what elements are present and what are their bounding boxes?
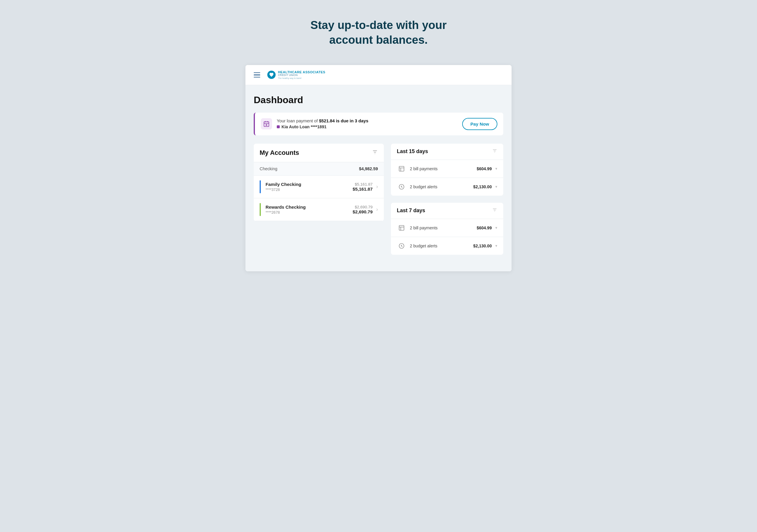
rewards-checking-color-bar xyxy=(259,203,261,216)
family-checking-amount-main: $5,161.87 xyxy=(353,187,373,192)
last7-bill-amount: $604.99 xyxy=(477,225,492,230)
last7-filter-icon[interactable] xyxy=(492,207,498,214)
bill-icon xyxy=(397,164,406,173)
last7-budget-chevron: ▾ xyxy=(495,244,498,248)
activity-panel: Last 15 days xyxy=(391,144,503,262)
budget-icon xyxy=(397,182,406,192)
app-body: Dashboard Your loan payment of $521.84 i… xyxy=(245,85,512,271)
last7-header: Last 7 days xyxy=(391,203,503,219)
app-header: HEALTHCARE ASSOCIATES CREDIT UNION The h… xyxy=(245,65,512,85)
hero-title-line2: account balances. xyxy=(329,33,428,46)
accounts-filter-icon[interactable] xyxy=(372,149,378,156)
hero-title-line1: Stay up-to-date with your xyxy=(311,18,447,31)
checking-label: Checking xyxy=(259,166,277,171)
last7-bill-item[interactable]: 2 bill payments $604.99 ▾ xyxy=(391,219,503,237)
logo-tagline-text: The healthy way to bank! xyxy=(278,77,325,79)
svg-rect-11 xyxy=(399,166,404,171)
hero-section: Stay up-to-date with your account balanc… xyxy=(305,12,453,53)
last7-section: Last 7 days xyxy=(391,203,503,255)
rewards-checking-amount-top: $2,690.79 xyxy=(353,205,373,209)
last15-bill-item[interactable]: 2 bill payments $604.99 ▾ xyxy=(391,160,503,178)
family-checking-chevron: › xyxy=(376,184,378,190)
last15-section: Last 15 days xyxy=(391,144,503,196)
last15-title: Last 15 days xyxy=(397,148,428,155)
hero-title: Stay up-to-date with your account balanc… xyxy=(311,18,447,47)
last15-filter-icon[interactable] xyxy=(492,148,498,155)
family-checking-name: Family Checking xyxy=(265,182,353,187)
last15-budget-chevron: ▾ xyxy=(495,185,498,189)
family-checking-info: Family Checking ****3728 xyxy=(265,182,353,192)
logo-sub-text: CREDIT UNION xyxy=(278,74,325,77)
svg-rect-16 xyxy=(399,225,404,230)
last15-budget-item[interactable]: 2 budget alerts $2,130.00 ▾ xyxy=(391,178,503,196)
family-checking-amount-top: $5,161.87 xyxy=(353,182,373,187)
dashboard-title: Dashboard xyxy=(254,95,503,105)
alert-text: Your loan payment of $521.84 is due in 3… xyxy=(277,119,457,129)
alert-amount: $521.84 xyxy=(319,119,335,123)
rewards-checking-item[interactable]: Rewards Checking ****2678 $2,690.79 $2,6… xyxy=(254,198,384,221)
family-checking-amounts: $5,161.87 $5,161.87 xyxy=(353,182,373,192)
my-accounts-header: My Accounts xyxy=(254,144,384,162)
logo-text: HEALTHCARE ASSOCIATES CREDIT UNION The h… xyxy=(278,70,325,79)
last15-budget-right: $2,130.00 ▾ xyxy=(473,185,498,189)
family-checking-color-bar xyxy=(259,180,261,193)
logo-icon xyxy=(267,71,276,79)
last7-bill-label: 2 bill payments xyxy=(410,225,473,230)
rewards-checking-amounts: $2,690.79 $2,690.79 xyxy=(353,205,373,214)
bill-icon-2 xyxy=(397,223,406,233)
rewards-checking-number: ****2678 xyxy=(265,210,353,215)
last15-budget-amount: $2,130.00 xyxy=(473,185,492,189)
last15-bill-right: $604.99 ▾ xyxy=(477,166,498,171)
menu-button[interactable] xyxy=(254,73,260,78)
last15-bill-amount: $604.99 xyxy=(477,166,492,171)
my-accounts-section: My Accounts Checking $4,982.59 xyxy=(254,144,384,221)
alert-suffix: is due in 3 days xyxy=(335,119,369,123)
rewards-checking-chevron: › xyxy=(376,206,378,213)
svg-point-4 xyxy=(266,124,267,126)
rewards-checking-name: Rewards Checking xyxy=(265,204,353,210)
rewards-checking-info: Rewards Checking ****2678 xyxy=(265,204,353,215)
last7-bill-chevron: ▾ xyxy=(495,225,498,230)
app-container: HEALTHCARE ASSOCIATES CREDIT UNION The h… xyxy=(245,65,512,271)
last7-budget-amount: $2,130.00 xyxy=(473,244,492,248)
my-accounts-title: My Accounts xyxy=(259,149,299,157)
loan-dot xyxy=(277,125,280,128)
last7-bill-right: $604.99 ▾ xyxy=(477,225,498,230)
last7-budget-label: 2 budget alerts xyxy=(410,244,469,248)
last15-budget-label: 2 budget alerts xyxy=(410,185,469,189)
rewards-checking-amount-main: $2,690.79 xyxy=(353,209,373,214)
family-checking-item[interactable]: Family Checking ****3728 $5,161.87 $5,16… xyxy=(254,176,384,198)
budget-icon-2 xyxy=(397,241,406,251)
alert-icon xyxy=(261,118,272,130)
last7-budget-item[interactable]: 2 budget alerts $2,130.00 ▾ xyxy=(391,237,503,255)
accounts-list: Checking $4,982.59 Family Checking ****3… xyxy=(254,162,384,221)
last15-header: Last 15 days xyxy=(391,144,503,160)
loan-label: Kia Auto Loan ****1891 xyxy=(277,124,457,129)
checking-total: $4,982.59 xyxy=(359,166,378,171)
main-two-col: My Accounts Checking $4,982.59 xyxy=(254,144,503,262)
logo-area: HEALTHCARE ASSOCIATES CREDIT UNION The h… xyxy=(267,70,325,79)
alert-message: Your loan payment of $521.84 is due in 3… xyxy=(277,119,457,123)
alert-banner: Your loan payment of $521.84 is due in 3… xyxy=(254,113,503,135)
last7-budget-right: $2,130.00 ▾ xyxy=(473,244,498,248)
last15-bill-chevron: ▾ xyxy=(495,166,498,171)
last7-title: Last 7 days xyxy=(397,207,425,214)
loan-name: Kia Auto Loan ****1891 xyxy=(282,124,326,129)
last15-bill-label: 2 bill payments xyxy=(410,166,473,171)
pay-now-button[interactable]: Pay Now xyxy=(462,118,498,130)
alert-prefix: Your loan payment of xyxy=(277,119,319,123)
family-checking-number: ****3728 xyxy=(265,187,353,192)
svg-rect-0 xyxy=(264,122,269,127)
checking-category-row: Checking $4,982.59 xyxy=(254,162,384,176)
